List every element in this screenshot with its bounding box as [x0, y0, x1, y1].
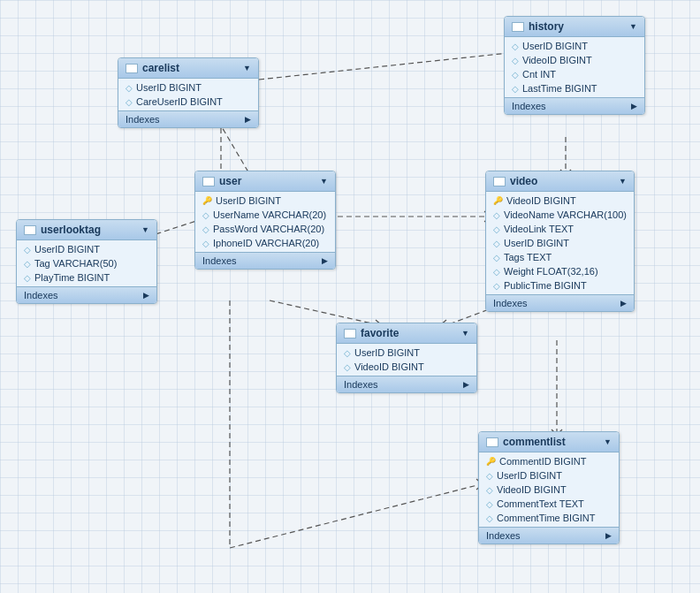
field-text: UserID BIGINT	[522, 41, 588, 51]
field-text: VideoID BIGINT	[354, 361, 424, 372]
table-user: user▼🔑UserID BIGINT◇UserName VARCHAR(20)…	[194, 171, 336, 270]
field-text: CommentID BIGINT	[499, 456, 586, 467]
table-footer-carelist[interactable]: Indexes▶	[118, 110, 258, 127]
indexes-label: Indexes	[126, 114, 160, 125]
footer-arrow[interactable]: ▶	[620, 299, 627, 308]
field-text: UserID BIGINT	[497, 470, 562, 481]
fk-icon: ◇	[512, 70, 519, 80]
fk-icon: ◇	[486, 485, 493, 495]
field-text: VideoID BIGINT	[522, 55, 592, 65]
indexes-label: Indexes	[493, 298, 528, 308]
footer-arrow[interactable]: ▶	[463, 380, 469, 389]
field-row: 🔑VideoID BIGINT	[486, 194, 634, 208]
field-text: UserID BIGINT	[34, 244, 100, 255]
fk-icon: ◇	[202, 224, 209, 234]
table-fields-favorite: ◇UserID BIGINT◇VideoID BIGINT	[337, 344, 476, 376]
table-header-favorite[interactable]: favorite▼	[337, 323, 476, 344]
table-icon-commentlist	[486, 437, 498, 447]
indexes-label: Indexes	[344, 379, 378, 390]
table-fields-video: 🔑VideoID BIGINT◇VideoName VARCHAR(100)◇V…	[486, 192, 634, 294]
table-favorite: favorite▼◇UserID BIGINT◇VideoID BIGINTIn…	[336, 323, 477, 393]
field-text: VideoID BIGINT	[497, 484, 567, 495]
field-row: ◇UserID BIGINT	[118, 80, 258, 95]
fk-icon: ◇	[486, 471, 493, 481]
footer-arrow[interactable]: ▶	[143, 291, 149, 300]
table-name-favorite: favorite	[361, 327, 399, 339]
field-text: CareUserID BIGINT	[136, 96, 223, 107]
field-row: ◇UserID BIGINT	[337, 346, 476, 360]
table-icon-history	[512, 22, 524, 32]
fk-icon: ◇	[493, 239, 500, 248]
table-icon-carelist	[126, 64, 138, 73]
dropdown-arrow-video[interactable]: ▼	[619, 177, 627, 186]
field-row: ◇UserID BIGINT	[505, 39, 644, 53]
dropdown-arrow-carelist[interactable]: ▼	[243, 64, 251, 72]
field-row: ◇Cnt INT	[505, 67, 644, 81]
fk-icon: ◇	[512, 84, 519, 94]
field-text: PassWord VARCHAR(20)	[213, 224, 324, 234]
table-footer-commentlist[interactable]: Indexes▶	[479, 527, 619, 544]
field-text: Cnt INT	[522, 69, 556, 80]
table-header-carelist[interactable]: carelist▼	[118, 58, 258, 79]
table-userlooktag: userlooktag▼◇UserID BIGINT◇Tag VARCHAR(5…	[16, 219, 157, 304]
table-header-user[interactable]: user▼	[195, 171, 335, 192]
field-row: ◇PublicTime BIGINT	[486, 278, 634, 293]
field-row: ◇VideoName VARCHAR(100)	[486, 208, 634, 222]
field-row: ◇PlayTime BIGINT	[17, 270, 156, 285]
fk-icon: ◇	[126, 97, 133, 107]
table-footer-favorite[interactable]: Indexes▶	[337, 376, 476, 392]
footer-arrow[interactable]: ▶	[631, 102, 637, 110]
table-fields-commentlist: 🔑CommentID BIGINT◇UserID BIGINT◇VideoID …	[479, 452, 619, 527]
table-header-video[interactable]: video▼	[486, 171, 634, 192]
table-icon-video	[493, 177, 506, 186]
field-row: ◇LastTime BIGINT	[505, 81, 644, 95]
dropdown-arrow-history[interactable]: ▼	[629, 22, 637, 31]
fk-icon: ◇	[493, 253, 500, 262]
dropdown-arrow-userlooktag[interactable]: ▼	[141, 225, 149, 234]
field-row: ◇Weight FLOAT(32,16)	[486, 264, 634, 278]
table-footer-history[interactable]: Indexes▶	[505, 97, 644, 114]
field-row: ◇Tags TEXT	[486, 250, 634, 264]
fk-icon: ◇	[344, 348, 351, 358]
fk-icon: ◇	[202, 210, 209, 220]
table-footer-user[interactable]: Indexes▶	[195, 252, 335, 269]
pk-icon: 🔑	[202, 196, 212, 205]
table-name-carelist: carelist	[142, 62, 179, 74]
fk-icon: ◇	[512, 56, 519, 65]
field-row: ◇UserName VARCHAR(20)	[195, 208, 335, 222]
field-text: PublicTime BIGINT	[504, 280, 587, 291]
field-text: CommentTime BIGINT	[497, 513, 595, 523]
fk-icon: ◇	[493, 281, 500, 291]
table-name-userlooktag: userlooktag	[41, 224, 101, 236]
table-header-history[interactable]: history▼	[505, 17, 644, 37]
footer-arrow[interactable]: ▶	[245, 115, 251, 124]
table-icon-userlooktag	[24, 225, 36, 235]
field-row: ◇VideoID BIGINT	[505, 53, 644, 67]
field-text: LastTime BIGINT	[522, 83, 597, 94]
table-footer-video[interactable]: Indexes▶	[486, 294, 634, 311]
dropdown-arrow-commentlist[interactable]: ▼	[604, 437, 612, 446]
field-text: UserID BIGINT	[136, 82, 202, 93]
pk-icon: 🔑	[493, 196, 503, 205]
dropdown-arrow-favorite[interactable]: ▼	[461, 329, 469, 338]
field-row: ◇CareUserID BIGINT	[118, 95, 258, 109]
table-name-commentlist: commentlist	[503, 436, 566, 448]
table-header-userlooktag[interactable]: userlooktag▼	[17, 220, 156, 240]
field-text: UserID BIGINT	[216, 195, 281, 206]
footer-arrow[interactable]: ▶	[322, 256, 328, 265]
field-text: Tags TEXT	[504, 252, 552, 262]
table-header-commentlist[interactable]: commentlist▼	[479, 432, 619, 452]
field-row: ◇PassWord VARCHAR(20)	[195, 222, 335, 236]
fk-icon: ◇	[486, 499, 493, 509]
dropdown-arrow-user[interactable]: ▼	[320, 177, 328, 186]
field-text: VideoName VARCHAR(100)	[504, 209, 627, 220]
table-footer-userlooktag[interactable]: Indexes▶	[17, 286, 156, 303]
pk-icon: 🔑	[486, 457, 496, 466]
fk-icon: ◇	[493, 210, 500, 220]
indexes-label: Indexes	[202, 255, 237, 266]
table-icon-favorite	[344, 329, 356, 338]
footer-arrow[interactable]: ▶	[605, 531, 612, 540]
table-carelist: carelist▼◇UserID BIGINT◇CareUserID BIGIN…	[118, 57, 259, 128]
fk-icon: ◇	[493, 267, 500, 277]
table-fields-user: 🔑UserID BIGINT◇UserName VARCHAR(20)◇Pass…	[195, 192, 335, 252]
